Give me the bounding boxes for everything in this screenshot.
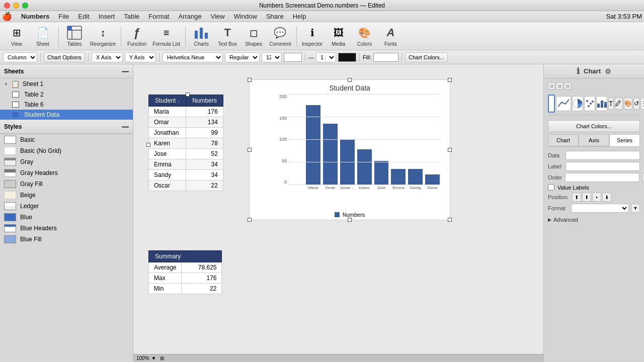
size-select[interactable]: 12 — [262, 52, 282, 62]
menu-table[interactable]: Table — [120, 12, 143, 21]
maximize-button[interactable] — [22, 3, 28, 9]
colors-chart-btn[interactable]: 🎨 — [624, 98, 632, 110]
toolbar-fonts[interactable]: A Fonts — [378, 24, 404, 49]
close-button[interactable] — [4, 3, 10, 9]
toolbar-shapes[interactable]: ◻ Shapes — [241, 24, 266, 49]
handle-top[interactable] — [186, 93, 190, 97]
toolbar-function[interactable]: ƒ Function — [124, 24, 149, 49]
y-axis-select[interactable]: Y Axis — [125, 52, 156, 62]
style-select[interactable]: Regular — [225, 52, 260, 62]
inspector-minimize[interactable]: ○ — [548, 82, 555, 89]
style-gray-fill[interactable]: Gray Fill — [0, 178, 133, 190]
toolbar-comment[interactable]: 💬 Comment — [267, 24, 293, 49]
handle-bl[interactable] — [248, 218, 252, 222]
font-select[interactable]: Helvetica Neue — [163, 52, 223, 62]
column-select[interactable]: Column — [3, 52, 37, 62]
scatter-chart-type-btn[interactable] — [584, 96, 595, 111]
inspector-actions[interactable]: ⚙ — [605, 67, 611, 75]
collapse-styles[interactable]: — — [122, 123, 129, 131]
format-stepper[interactable]: ▼ — [631, 204, 640, 213]
handle-bc[interactable] — [348, 218, 352, 222]
pos-middle[interactable]: ⬆ — [582, 193, 591, 202]
apple-menu[interactable]: 🍎 — [2, 12, 12, 21]
handle-br[interactable] — [448, 218, 452, 222]
handle-tr[interactable] — [448, 78, 452, 82]
zoom-stepper[interactable]: ▼ — [151, 355, 156, 361]
sidebar-item-table2[interactable]: Table 2 — [0, 89, 133, 100]
style-ledger[interactable]: Ledger — [0, 201, 133, 212]
toolbar-charts[interactable]: Charts — [189, 24, 214, 49]
toolbar-formula-list[interactable]: ≡ Formula List — [150, 24, 182, 49]
toolbar-media[interactable]: 🖼 Media — [326, 24, 351, 49]
menu-edit[interactable]: Edit — [74, 12, 93, 21]
toolbar-sheet[interactable]: 📄 Sheet — [30, 24, 55, 49]
menu-arrange[interactable]: Arrange — [174, 12, 205, 21]
line-color-box[interactable] — [338, 53, 356, 62]
fill-color-box[interactable] — [373, 53, 398, 62]
style-gray-headers[interactable]: Gray Headers — [0, 167, 133, 178]
tab-series[interactable]: Series — [609, 134, 640, 146]
minimize-button[interactable] — [13, 3, 19, 9]
pos-bottom[interactable]: ⬇ — [602, 193, 611, 202]
text-overlay-btn[interactable]: T — [608, 98, 614, 110]
menu-view[interactable]: View — [207, 12, 229, 21]
style-basic-nogrid[interactable]: Basic (No Grid) — [0, 145, 133, 156]
toolbar-view[interactable]: ⊞ View — [4, 24, 29, 49]
toolbar-reorganize[interactable]: ↕ Reorganize — [88, 24, 118, 49]
handle-tc[interactable] — [348, 78, 352, 82]
menu-window[interactable]: Window — [230, 12, 261, 21]
menu-insert[interactable]: Insert — [95, 12, 119, 21]
style-beige[interactable]: Beige — [0, 190, 133, 201]
style-blue[interactable]: Blue — [0, 212, 133, 223]
line-chart-type-btn[interactable] — [556, 96, 571, 111]
more-chart-type-btn[interactable] — [596, 96, 607, 111]
inspector-info-icon[interactable]: ℹ — [577, 66, 580, 76]
collapse-sheets[interactable]: — — [122, 67, 129, 75]
chart-container[interactable]: Student Data 0 50 100 150 200 — [249, 79, 450, 220]
chart-colors-panel-btn[interactable]: Chart Colors... — [548, 120, 640, 132]
pos-center[interactable]: • — [592, 193, 601, 202]
handle-left[interactable] — [146, 143, 150, 147]
menu-help[interactable]: Help — [289, 12, 310, 21]
inspector-close[interactable]: ○ — [564, 82, 571, 89]
sidebar-item-studentdata[interactable]: Student Data — [0, 110, 133, 120]
pos-top[interactable]: ⬆ — [572, 193, 581, 202]
bar-chart-type-btn[interactable] — [548, 95, 555, 113]
tab-axis[interactable]: Axis — [579, 134, 609, 146]
advanced-toggle[interactable]: ▶ Advanced — [548, 215, 640, 225]
data-field-input[interactable] — [566, 151, 640, 160]
fit-btn[interactable]: ⊞ — [160, 355, 164, 361]
line-weight-select[interactable]: 1 pt — [316, 52, 336, 62]
style-gray[interactable]: Gray — [0, 156, 133, 167]
format-select[interactable] — [571, 204, 629, 213]
chart-colors-btn[interactable]: Chart Colors... — [405, 52, 448, 62]
style-basic[interactable]: Basic — [0, 134, 133, 145]
menu-share[interactable]: Share — [262, 12, 288, 21]
order-field-input[interactable] — [565, 173, 639, 182]
style-blue-fill[interactable]: Blue Fill — [0, 234, 133, 245]
menu-file[interactable]: File — [54, 12, 73, 21]
text-color-box[interactable] — [284, 53, 302, 62]
style-blue-headers[interactable]: Blue Headers — [0, 223, 133, 234]
chart-options-btn[interactable]: Chart Options — [44, 52, 85, 62]
inspector-expand[interactable]: ○ — [556, 82, 563, 89]
traffic-lights[interactable] — [4, 3, 28, 9]
sidebar-item-table6[interactable]: Table 6 — [0, 100, 133, 110]
label-field-label: Label — [548, 163, 562, 169]
toolbar-textbox[interactable]: T Text Box — [215, 24, 240, 49]
x-axis-select[interactable]: X Axis — [92, 52, 123, 62]
menu-format[interactable]: Format — [144, 12, 173, 21]
edit-chart-btn[interactable] — [615, 98, 623, 110]
label-field-input[interactable] — [566, 162, 640, 171]
sidebar-item-sheet1[interactable]: ▼ 📋 Sheet 1 — [0, 78, 133, 89]
menu-numbers[interactable]: Numbers — [17, 12, 53, 21]
refresh-chart-btn[interactable]: ↺ — [633, 98, 639, 110]
toolbar-inspector[interactable]: ℹ Inspector — [300, 24, 325, 49]
tab-chart[interactable]: Chart — [548, 134, 579, 146]
handle-tl[interactable] — [248, 78, 252, 82]
toolbar-tables[interactable]: Tables — [62, 24, 87, 49]
pie-chart-type-btn[interactable] — [572, 96, 583, 111]
toolbar-colors[interactable]: 🎨 Colors — [352, 24, 377, 49]
more-options-btn[interactable]: ⋮ — [640, 98, 644, 110]
value-labels-checkbox[interactable] — [548, 184, 554, 191]
